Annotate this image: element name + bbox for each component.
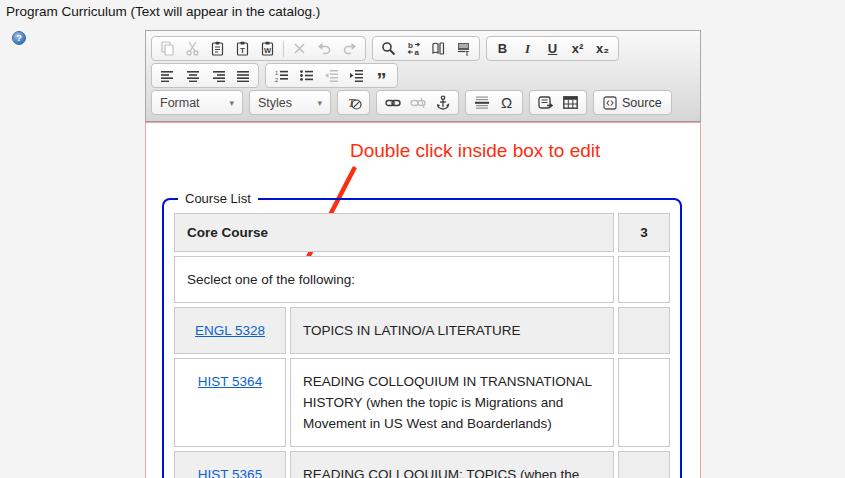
- underline-label: U: [548, 41, 557, 56]
- div-container-icon[interactable]: [533, 92, 558, 113]
- format-dropdown-label: Format: [160, 96, 200, 110]
- table-row: ENGL 5328 TOPICS IN LATINO/A LITERATURE: [174, 307, 670, 354]
- remove-format-icon[interactable]: T: [341, 92, 366, 113]
- bulleted-list-icon[interactable]: [294, 65, 319, 86]
- svg-text:T: T: [465, 50, 469, 57]
- paste-from-word-icon[interactable]: W: [255, 38, 280, 59]
- course-table: Core Course 3 Seclect one of the followi…: [170, 209, 674, 478]
- align-center-icon[interactable]: [180, 65, 205, 86]
- omega-glyph: Ω: [501, 94, 512, 111]
- insert-group-1: Ω: [465, 90, 523, 115]
- course-credits-cell: [618, 307, 670, 354]
- italic-icon[interactable]: I: [515, 38, 540, 59]
- chevron-down-icon: ▾: [317, 98, 322, 108]
- paste-plain-text-icon[interactable]: T: [230, 38, 255, 59]
- course-link[interactable]: HIST 5365: [198, 467, 262, 478]
- course-code-cell: HIST 5364: [174, 358, 286, 447]
- replace-icon[interactable]: ba: [401, 38, 426, 59]
- insert-group-2: [529, 90, 587, 115]
- paste-icon[interactable]: [205, 38, 230, 59]
- cut-icon[interactable]: [180, 38, 205, 59]
- link-icon[interactable]: [380, 92, 405, 113]
- underline-icon[interactable]: U: [540, 38, 565, 59]
- unlink-icon[interactable]: [405, 92, 430, 113]
- styles-dropdown-label: Styles: [258, 96, 292, 110]
- svg-text:2: 2: [275, 77, 278, 83]
- superscript-icon[interactable]: x²: [565, 38, 590, 59]
- indent-icon[interactable]: [344, 65, 369, 86]
- editor-content-area[interactable]: Double click inside box to edit Course L…: [145, 122, 701, 478]
- svg-text:W: W: [264, 46, 272, 55]
- course-title-cell: TOPICS IN LATINO/A LITERATURE: [290, 307, 614, 354]
- table-header-row: Core Course 3: [174, 213, 670, 252]
- numbered-list-icon[interactable]: 12: [269, 65, 294, 86]
- chevron-down-icon: ▾: [229, 98, 234, 108]
- horizontal-line-icon[interactable]: [469, 92, 494, 113]
- basic-styles-group: B I U x² x₂: [486, 36, 619, 61]
- select-all-icon[interactable]: T: [451, 38, 476, 59]
- spell-checker-icon[interactable]: [426, 38, 451, 59]
- course-list-fieldset[interactable]: Course List Core Course 3 Seclect one of…: [162, 191, 682, 478]
- edit-hint-text: Double click inside box to edit: [350, 140, 600, 162]
- align-right-icon[interactable]: [205, 65, 230, 86]
- toolbar-row-1: T W: [151, 36, 695, 61]
- subscript-label: x₂: [596, 41, 609, 56]
- styles-dropdown[interactable]: Styles ▾: [249, 90, 331, 115]
- source-icon: [603, 96, 617, 110]
- table-row: HIST 5364 READING COLLOQUIUM IN TRANSNAT…: [174, 358, 670, 447]
- svg-text:1: 1: [275, 70, 278, 76]
- toolbar-row-2: 12 ”: [151, 63, 695, 88]
- svg-text:a: a: [414, 48, 419, 57]
- clipboard-group: T W: [151, 36, 366, 61]
- remove-format-group: T: [337, 90, 370, 115]
- table-row: HIST 5365 READING COLLOQUIUM: TOPICS (wh…: [174, 451, 670, 478]
- course-link[interactable]: ENGL 5328: [195, 323, 265, 338]
- toolbar-separator: [283, 41, 284, 57]
- header-core-course: Core Course: [174, 213, 614, 252]
- outdent-icon[interactable]: [319, 65, 344, 86]
- course-credits-cell: [618, 451, 670, 478]
- italic-label: I: [525, 41, 530, 57]
- copy-icon[interactable]: [155, 38, 180, 59]
- bold-icon[interactable]: B: [490, 38, 515, 59]
- bold-label: B: [498, 41, 507, 56]
- list-indent-group: 12 ”: [265, 63, 398, 88]
- blockquote-glyph: ”: [377, 76, 387, 84]
- link-group: [376, 90, 459, 115]
- course-link[interactable]: HIST 5364: [198, 374, 262, 389]
- anchor-icon[interactable]: [430, 92, 455, 113]
- editor-toolbar: T W: [145, 30, 701, 122]
- format-dropdown[interactable]: Format ▾: [151, 90, 243, 115]
- course-title-cell: READING COLLOQUIUM: TOPICS (when the: [290, 451, 614, 478]
- table-icon[interactable]: [558, 92, 583, 113]
- course-code-cell: HIST 5365: [174, 451, 286, 478]
- remove-x-icon[interactable]: [287, 38, 312, 59]
- instruction-credits-cell: [618, 256, 670, 303]
- special-character-icon[interactable]: Ω: [494, 92, 519, 113]
- instruction-row: Seclect one of the following:: [174, 256, 670, 303]
- course-list-legend: Course List: [178, 191, 258, 206]
- course-credits-cell: [618, 358, 670, 447]
- page-title: Program Curriculum (Text will appear in …: [6, 4, 320, 19]
- svg-text:b: b: [408, 41, 413, 50]
- find-icon[interactable]: [376, 38, 401, 59]
- svg-text:T: T: [240, 46, 245, 55]
- source-button[interactable]: Source: [593, 90, 672, 115]
- align-left-icon[interactable]: [155, 65, 180, 86]
- instruction-cell: Seclect one of the following:: [174, 256, 614, 303]
- course-code-cell: ENGL 5328: [174, 307, 286, 354]
- course-title-cell: READING COLLOQUIUM IN TRANSNATIONAL HIST…: [290, 358, 614, 447]
- blockquote-icon[interactable]: ”: [369, 65, 394, 86]
- find-group: ba T: [372, 36, 480, 61]
- source-button-label: Source: [622, 96, 662, 110]
- toolbar-row-3: Format ▾ Styles ▾ T: [151, 90, 695, 115]
- subscript-icon[interactable]: x₂: [590, 38, 615, 59]
- justify-icon[interactable]: [230, 65, 255, 86]
- alignment-group: [151, 63, 259, 88]
- help-icon[interactable]: ?: [12, 31, 26, 45]
- header-credits: 3: [618, 213, 670, 252]
- undo-icon[interactable]: [312, 38, 337, 59]
- redo-icon[interactable]: [337, 38, 362, 59]
- rich-text-editor: T W: [145, 30, 701, 478]
- superscript-label: x²: [572, 41, 584, 56]
